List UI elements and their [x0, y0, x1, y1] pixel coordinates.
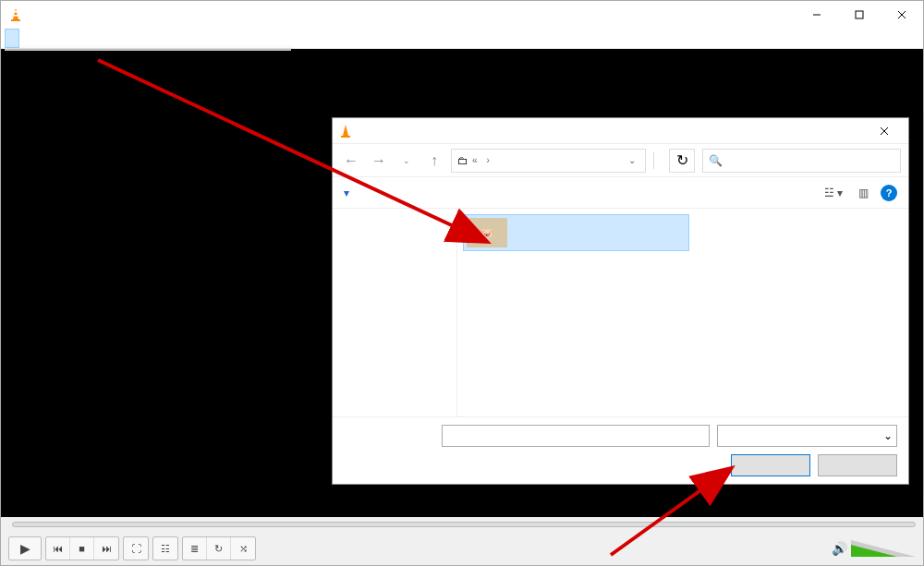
- stop-button[interactable]: ■: [70, 537, 94, 560]
- loop-button[interactable]: ↻: [207, 537, 231, 560]
- seekbar-row: [1, 517, 923, 532]
- dialog-footer: ⌄: [333, 416, 908, 484]
- ext-settings-button[interactable]: ☷: [153, 537, 177, 560]
- cancel-button[interactable]: [818, 454, 897, 476]
- vlc-icon: [338, 124, 353, 138]
- svg-rect-2: [14, 11, 18, 13]
- play-button[interactable]: ▶: [9, 537, 41, 560]
- main-window: ▶ ⏮ ■ ⏭ ⛶ ☷ ≣ ↻ ⤭ 🔊 ← →: [0, 0, 924, 566]
- window-controls: [796, 1, 923, 29]
- prev-button[interactable]: ⏮: [46, 537, 70, 560]
- file-thumbnail: 🐷: [467, 218, 507, 247]
- menu-audio[interactable]: [34, 29, 49, 48]
- nav-up-button[interactable]: ↑: [423, 150, 445, 172]
- volume-slider[interactable]: [851, 540, 916, 557]
- breadcrumb[interactable]: 🗀 « › ⌄: [451, 149, 646, 173]
- volume-control[interactable]: 🔊: [832, 540, 916, 557]
- filename-input[interactable]: [442, 425, 710, 447]
- svg-rect-9: [341, 136, 350, 138]
- menu-subtitle[interactable]: [64, 29, 79, 48]
- next-button[interactable]: ⏭: [94, 537, 118, 560]
- organize-button[interactable]: ▾: [344, 187, 349, 199]
- menubar: [1, 29, 923, 49]
- maximize-button[interactable]: [838, 1, 881, 29]
- menu-view[interactable]: [93, 29, 108, 48]
- menu-tools[interactable]: [79, 29, 93, 48]
- dialog-titlebar: [333, 118, 908, 144]
- refresh-button[interactable]: ↻: [669, 149, 695, 173]
- file-open-dialog: ← → ⌄ ↑ 🗀 « › ⌄ ↻ 🔍 ▾ ☳ ▾: [332, 117, 909, 485]
- svg-rect-1: [11, 19, 20, 21]
- svg-marker-0: [13, 8, 18, 19]
- chevron-icon: «: [472, 155, 478, 165]
- dialog-close-button[interactable]: [866, 120, 903, 142]
- nav-tree[interactable]: [333, 209, 457, 416]
- folder-icon: 🗀: [457, 154, 468, 167]
- svg-rect-5: [856, 11, 863, 18]
- menu-help[interactable]: [108, 29, 123, 48]
- close-button[interactable]: [881, 1, 923, 29]
- menu-media[interactable]: [5, 29, 19, 48]
- seekbar[interactable]: [12, 522, 916, 527]
- playlist-button[interactable]: ≣: [183, 537, 207, 560]
- file-list[interactable]: 🐷: [457, 209, 908, 416]
- filetype-dropdown[interactable]: ⌄: [717, 425, 897, 447]
- dialog-nav: ← → ⌄ ↑ 🗀 « › ⌄ ↻ 🔍: [333, 144, 908, 177]
- nav-back-button[interactable]: ←: [340, 150, 362, 172]
- titlebar: [1, 1, 923, 29]
- fullscreen-button[interactable]: ⛶: [124, 537, 148, 560]
- shuffle-button[interactable]: ⤭: [231, 537, 255, 560]
- help-button[interactable]: ?: [881, 185, 897, 201]
- minimize-button[interactable]: [796, 1, 838, 29]
- playback-controls: ▶ ⏮ ■ ⏭ ⛶ ☷ ≣ ↻ ⤭ 🔊: [1, 532, 923, 565]
- chevron-icon: ›: [487, 155, 490, 165]
- open-button[interactable]: [731, 454, 810, 476]
- file-item-selected[interactable]: 🐷: [463, 214, 689, 251]
- speaker-icon[interactable]: 🔊: [832, 541, 847, 556]
- vlc-icon: [8, 7, 23, 22]
- breadcrumb-dropdown[interactable]: ⌄: [628, 155, 636, 165]
- menu-playback[interactable]: [19, 29, 34, 48]
- menu-video[interactable]: [49, 29, 64, 48]
- svg-marker-8: [343, 125, 348, 136]
- nav-recent-button[interactable]: ⌄: [395, 150, 418, 172]
- preview-toggle-button[interactable]: ▥: [851, 183, 875, 203]
- view-options-button[interactable]: ☳ ▾: [821, 183, 845, 203]
- svg-rect-3: [13, 15, 18, 17]
- nav-forward-button: →: [368, 150, 390, 172]
- search-icon: 🔍: [709, 154, 723, 167]
- dialog-toolbar: ▾ ☳ ▾ ▥ ?: [333, 177, 908, 209]
- media-dropdown: [5, 49, 291, 51]
- dialog-body: 🐷: [333, 209, 908, 416]
- search-input[interactable]: 🔍: [702, 149, 901, 173]
